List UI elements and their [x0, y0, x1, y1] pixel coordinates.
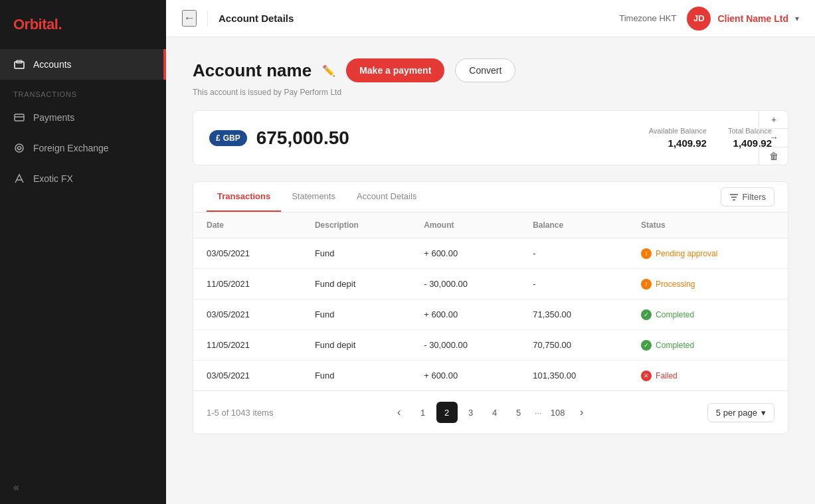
user-menu[interactable]: JD Client Name Ltd ▾	[687, 7, 799, 31]
available-balance: Available Balance 1,409.92	[649, 127, 707, 149]
col-balance: Balance	[519, 212, 628, 238]
avatar: JD	[687, 7, 711, 31]
table-row: 03/05/2021 Fund + 600.00 101,350.00 ✕ Fa…	[193, 361, 788, 391]
accounts-icon	[13, 58, 25, 70]
tabs-list: Transactions Statements Account Details	[207, 182, 427, 212]
transactions-section-label: TRANSACTIONS	[0, 80, 166, 102]
currency-badge: £ GBP	[209, 130, 247, 146]
table-row: 11/05/2021 Fund depit - 30,000.00 70,750…	[193, 330, 788, 361]
available-balance-value: 1,409.92	[649, 137, 707, 149]
per-page-chevron-icon: ▾	[761, 408, 766, 418]
col-status: Status	[628, 212, 788, 238]
currency-code: GBP	[223, 133, 240, 143]
status-badge: ✓ Completed	[641, 309, 694, 320]
table-row: 11/05/2021 Fund depit - 30,000.00 - ! Pr…	[193, 269, 788, 299]
sidebar-item-payments[interactable]: Payments	[0, 102, 166, 133]
page-header: ← Account Details Timezone HKT JD Client…	[166, 0, 815, 37]
header-divider	[207, 11, 208, 27]
cell-amount: + 600.00	[410, 238, 519, 269]
cell-description: Fund depit	[302, 269, 410, 299]
main-content: ← Account Details Timezone HKT JD Client…	[166, 0, 815, 504]
cell-amount: - 30,000.00	[410, 269, 519, 299]
cell-amount: + 600.00	[410, 361, 519, 391]
page-3-button[interactable]: 3	[460, 402, 482, 423]
cell-balance: 70,750.00	[519, 330, 628, 361]
add-action-button[interactable]: +	[759, 111, 788, 129]
sidebar-item-fx-label: Foreign Exchange	[33, 143, 109, 153]
sidebar-item-exotic-fx[interactable]: Exotic FX	[0, 163, 166, 194]
page-title: Account Details	[219, 13, 608, 24]
cell-date: 03/05/2021	[193, 361, 302, 391]
cell-date: 03/05/2021	[193, 299, 302, 330]
tab-account-details[interactable]: Account Details	[346, 182, 427, 212]
per-page-selector[interactable]: 5 per page ▾	[707, 403, 774, 422]
chevron-down-icon: ▾	[795, 14, 799, 23]
cell-date: 11/05/2021	[193, 330, 302, 361]
available-balance-label: Available Balance	[649, 127, 707, 135]
client-name: Client Name Ltd	[717, 13, 788, 24]
sidebar-item-foreign-exchange[interactable]: Foreign Exchange	[0, 133, 166, 163]
back-button[interactable]: ←	[182, 10, 197, 27]
tabs-header: Transactions Statements Account Details …	[193, 182, 788, 212]
page-2-button[interactable]: 2	[436, 402, 458, 423]
transfer-action-button[interactable]: →	[759, 129, 788, 147]
sidebar-item-payments-label: Payments	[33, 112, 74, 123]
balance-actions: + → 🗑	[759, 111, 788, 165]
table-row: 03/05/2021 Fund + 600.00 71,350.00 ✓ Com…	[193, 299, 788, 330]
convert-button[interactable]: Convert	[455, 58, 515, 82]
cell-balance: 71,350.00	[519, 299, 628, 330]
sidebar-item-accounts[interactable]: Accounts	[0, 49, 166, 80]
cell-status: ✓ Completed	[628, 330, 788, 361]
page-4-button[interactable]: 4	[484, 402, 505, 423]
status-badge: ✓ Completed	[641, 340, 694, 351]
cell-amount: - 30,000.00	[410, 330, 519, 361]
pagination-bar: 1-5 of 1043 items ‹ 1 2 3 4 5 ··· 108 › …	[193, 390, 788, 434]
tab-transactions[interactable]: Transactions	[207, 182, 281, 212]
col-date: Date	[193, 212, 302, 238]
account-name: Account name	[193, 60, 312, 81]
payments-icon	[13, 112, 25, 124]
fx-icon	[13, 142, 25, 154]
cell-status: ✓ Completed	[628, 299, 788, 330]
cell-amount: + 600.00	[410, 299, 519, 330]
status-dot-icon: !	[641, 248, 652, 259]
cell-status: ! Processing	[628, 269, 788, 299]
status-dot-icon: ✕	[641, 371, 652, 381]
tab-statements[interactable]: Statements	[281, 182, 346, 212]
cell-description: Fund depit	[302, 330, 410, 361]
cell-description: Fund	[302, 238, 410, 269]
make-payment-button[interactable]: Make a payment	[346, 58, 444, 82]
status-badge: ! Pending approval	[641, 248, 717, 259]
pagination-pages: ‹ 1 2 3 4 5 ··· 108 ›	[389, 402, 592, 423]
next-page-button[interactable]: ›	[571, 402, 592, 423]
page-108-button[interactable]: 108	[547, 402, 569, 423]
cell-description: Fund	[302, 299, 410, 330]
filter-icon	[729, 193, 739, 202]
col-description: Description	[302, 212, 410, 238]
status-dot-icon: !	[641, 279, 652, 290]
cell-date: 03/05/2021	[193, 238, 302, 269]
logo-dot: .	[58, 16, 62, 33]
edit-icon[interactable]: ✏️	[322, 64, 335, 77]
cell-balance: 101,350.00	[519, 361, 628, 391]
filters-button[interactable]: Filters	[721, 187, 774, 207]
logo-text: Orbital	[13, 16, 58, 33]
balance-details: Available Balance 1,409.92 Total Balance…	[649, 127, 772, 149]
cell-description: Fund	[302, 361, 410, 391]
page-content: Account name ✏️ Make a payment Convert T…	[166, 37, 815, 504]
exotic-fx-icon	[13, 173, 25, 185]
sidebar: Orbital. Accounts TRANSACTIONS Payments …	[0, 0, 166, 504]
sidebar-collapse-button[interactable]: «	[0, 471, 166, 504]
account-issuer-text: This account is issued by Pay Perform Lt…	[193, 88, 788, 97]
page-5-button[interactable]: 5	[508, 402, 529, 423]
svg-rect-2	[15, 114, 24, 121]
status-dot-icon: ✓	[641, 309, 652, 320]
pagination-summary: 1-5 of 1043 items	[207, 408, 273, 418]
status-badge: ✕ Failed	[641, 371, 678, 381]
delete-action-button[interactable]: 🗑	[759, 147, 788, 165]
page-ellipsis: ···	[532, 408, 545, 418]
prev-page-button[interactable]: ‹	[389, 402, 410, 423]
balance-card: £ GBP 675,000.50 Available Balance 1,409…	[193, 110, 788, 165]
col-amount: Amount	[410, 212, 519, 238]
page-1-button[interactable]: 1	[412, 402, 434, 423]
